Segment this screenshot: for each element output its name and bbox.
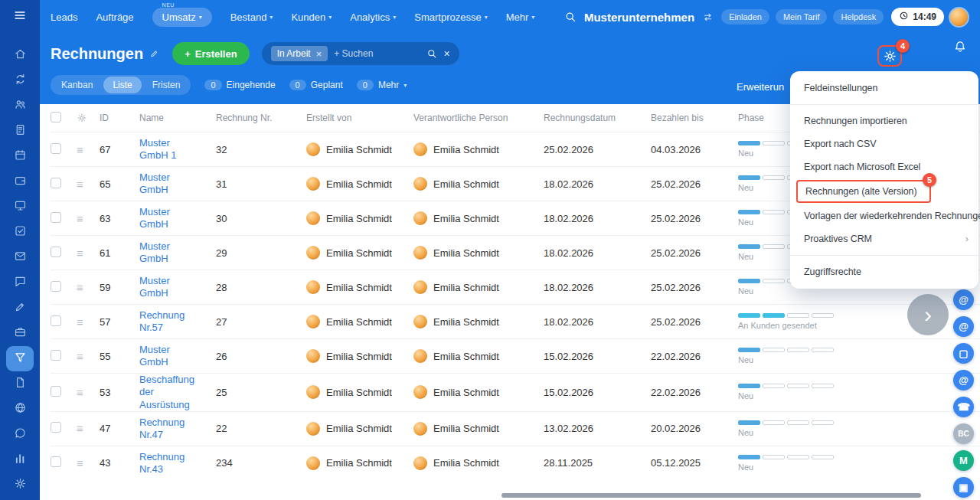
- search-input[interactable]: + Suchen: [334, 48, 420, 59]
- rail-button-assistant[interactable]: @: [953, 316, 974, 337]
- rail-button-avatar-m[interactable]: M: [953, 450, 974, 471]
- phase-cell[interactable]: Neu: [738, 455, 918, 472]
- topnav-item[interactable]: Smartprozesse▾: [414, 11, 487, 23]
- select-all-checkbox[interactable]: [51, 112, 61, 123]
- column-header[interactable]: ID: [100, 113, 139, 123]
- row-checkbox[interactable]: [51, 315, 61, 326]
- sidebar-item-file[interactable]: [6, 371, 34, 397]
- phase-cell[interactable]: Neu: [738, 420, 918, 437]
- sidebar-item-chart[interactable]: [6, 447, 34, 472]
- filter-chip[interactable]: In Arbeit ×: [271, 46, 328, 61]
- phase-cell[interactable]: Neu: [738, 384, 918, 400]
- search-icon[interactable]: [426, 48, 437, 59]
- row-checkbox[interactable]: [51, 386, 61, 397]
- topnav-item[interactable]: Bestand▾: [230, 11, 273, 23]
- column-header[interactable]: Rechnungsdatum: [544, 113, 651, 123]
- quick-button-helpdesk[interactable]: Helpdesk: [833, 9, 884, 25]
- search-icon[interactable]: [564, 11, 577, 23]
- drag-handle-icon[interactable]: ≡: [77, 350, 100, 363]
- sidebar-item-home[interactable]: [6, 43, 34, 68]
- phase-cell[interactable]: An Kunden gesendet: [738, 313, 918, 330]
- topnav-item[interactable]: Aufträge: [96, 11, 133, 23]
- topnav-item[interactable]: Leads: [51, 11, 77, 23]
- invoice-link[interactable]: Muster GmbH 1: [139, 137, 201, 162]
- timer-button[interactable]: 14:49: [891, 8, 944, 26]
- phase-cell[interactable]: Neu: [738, 348, 918, 364]
- view-tab-kanban[interactable]: Kanban: [52, 77, 102, 93]
- drag-handle-icon[interactable]: ≡: [77, 143, 100, 156]
- invoice-link[interactable]: Beschaffung der Ausrüstung: [139, 374, 201, 411]
- topnav-item[interactable]: Mehr▾: [506, 11, 535, 23]
- sidebar-item-messenger[interactable]: [6, 422, 34, 447]
- menu-item-7[interactable]: Proaktives CRM›: [790, 227, 978, 250]
- row-checkbox[interactable]: [51, 178, 61, 188]
- sidebar-item-calendar[interactable]: [6, 144, 34, 169]
- columns-settings-icon[interactable]: [77, 113, 100, 123]
- row-checkbox[interactable]: [51, 143, 61, 154]
- invoice-link[interactable]: Rechnung Nr.57: [139, 309, 201, 335]
- horizontal-scrollbar[interactable]: [501, 493, 921, 498]
- invoice-link[interactable]: Muster GmbH: [139, 172, 201, 197]
- rail-button-phone[interactable]: ☎: [953, 397, 974, 417]
- sidebar-item-funnel[interactable]: [6, 346, 34, 371]
- menu-item-5[interactable]: Rechnungen (alte Version)5: [796, 180, 931, 203]
- menu-item-4[interactable]: Export nach Microsoft Excel: [790, 155, 978, 178]
- rail-button-automation[interactable]: @: [953, 370, 974, 391]
- menu-item-1[interactable]: Feldeinstellungen: [790, 77, 978, 100]
- menu-item-2[interactable]: Rechnungen importieren: [790, 109, 978, 132]
- topnav-item[interactable]: Analytics▾: [350, 11, 396, 23]
- remove-filter-icon[interactable]: ×: [316, 49, 322, 59]
- column-header[interactable]: Name: [139, 113, 216, 123]
- sidebar-menu-button[interactable]: [0, 0, 40, 34]
- rail-button-gallery[interactable]: ▣: [953, 477, 974, 498]
- topnav-item[interactable]: NEUUmsatz▾: [152, 8, 212, 27]
- clear-search-icon[interactable]: ×: [443, 47, 449, 60]
- view-tab-fristen[interactable]: Fristen: [143, 77, 190, 93]
- topnav-item[interactable]: Kunden▾: [291, 11, 332, 23]
- column-header[interactable]: Rechnung Nr.: [216, 113, 306, 123]
- drag-handle-icon[interactable]: ≡: [77, 386, 100, 399]
- table-row[interactable]: ≡47Rechnung Nr.4722Emilia SchmidtEmilia …: [51, 411, 980, 446]
- extensions-link[interactable]: Erweiterun: [737, 81, 784, 93]
- sidebar-item-sync[interactable]: [6, 68, 34, 93]
- row-checkbox[interactable]: [51, 350, 61, 361]
- row-checkbox[interactable]: [51, 456, 61, 467]
- view-tab-liste[interactable]: Liste: [103, 77, 141, 93]
- table-row[interactable]: ≡43Rechnung Nr.43234Emilia SchmidtEmilia…: [51, 446, 980, 480]
- column-header[interactable]: Bezahlen bis: [651, 113, 738, 123]
- column-header[interactable]: Verantwortliche Person: [413, 113, 544, 123]
- menu-item-3[interactable]: Export nach CSV: [790, 132, 978, 155]
- invoice-link[interactable]: Rechnung Nr.47: [139, 417, 201, 442]
- sidebar-item-wallet[interactable]: [6, 169, 34, 194]
- column-header[interactable]: Erstellt von: [306, 113, 413, 123]
- row-checkbox[interactable]: [51, 422, 61, 433]
- invoice-link[interactable]: Muster GmbH: [139, 275, 201, 300]
- invoice-link[interactable]: Muster GmbH: [139, 240, 201, 266]
- sidebar-item-document[interactable]: [6, 119, 34, 144]
- drag-handle-icon[interactable]: ≡: [77, 212, 100, 225]
- sidebar-item-pen[interactable]: [6, 296, 34, 321]
- edit-title-icon[interactable]: [149, 48, 160, 59]
- drag-handle-icon[interactable]: ≡: [77, 315, 100, 328]
- filter-search-bar[interactable]: In Arbeit × + Suchen ×: [262, 42, 459, 65]
- counter-geplant[interactable]: 0Geplant: [289, 80, 343, 90]
- create-button[interactable]: + Erstellen: [172, 42, 250, 65]
- invoice-link[interactable]: Muster GmbH: [139, 344, 201, 369]
- rail-button-copilot[interactable]: @: [953, 289, 974, 310]
- avatar[interactable]: [949, 7, 969, 28]
- menu-item-8[interactable]: Zugriffsrechte: [790, 260, 978, 283]
- row-checkbox[interactable]: [51, 281, 61, 292]
- drag-handle-icon[interactable]: ≡: [77, 178, 100, 191]
- invoice-link[interactable]: Rechnung Nr.43: [139, 451, 201, 476]
- quick-button-einladen[interactable]: Einladen: [721, 9, 769, 25]
- company-name[interactable]: Musterunternehmen: [584, 11, 694, 24]
- sidebar-item-briefcase[interactable]: [6, 321, 34, 346]
- settings-gear-button[interactable]: [883, 49, 897, 64]
- invoice-link[interactable]: Muster GmbH: [139, 206, 201, 231]
- table-row[interactable]: ≡53Beschaffung der Ausrüstung25Emilia Sc…: [51, 373, 980, 411]
- table-row[interactable]: ≡55Muster GmbH26Emilia SchmidtEmilia Sch…: [51, 338, 980, 373]
- drag-handle-icon[interactable]: ≡: [77, 247, 100, 260]
- sidebar-item-chat[interactable]: [6, 270, 34, 296]
- rail-button-screenshare[interactable]: ▢: [953, 343, 974, 364]
- next-page-chevron-button[interactable]: ›: [907, 294, 949, 335]
